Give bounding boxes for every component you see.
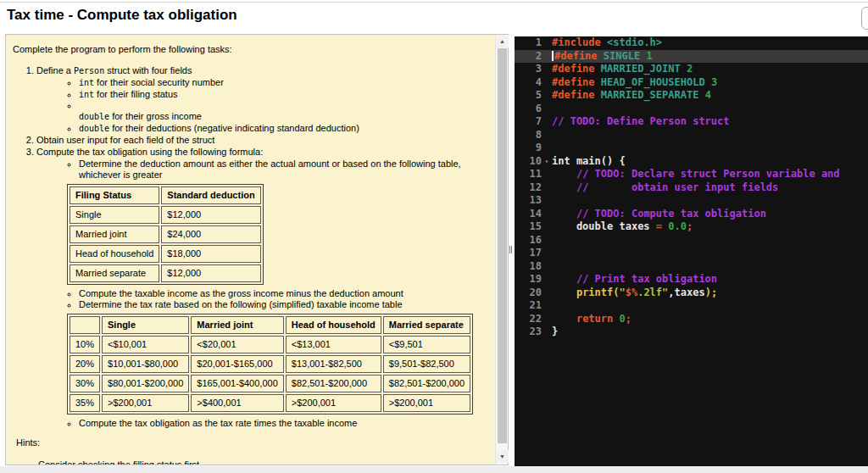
- fold-spacer: [542, 168, 552, 181]
- table-cell: >$200,001: [102, 394, 189, 412]
- code-token: ": [619, 287, 625, 298]
- line-number[interactable]: 10: [515, 155, 542, 169]
- top-divider: [0, 2, 868, 3]
- code-token: [552, 168, 576, 180]
- fold-spacer: [542, 220, 552, 234]
- line-number[interactable]: 7: [515, 115, 542, 129]
- scroll-down-icon[interactable]: ▼: [496, 450, 509, 463]
- line-number[interactable]: 21: [515, 299, 542, 313]
- toolbar-button-partial[interactable]: [861, 7, 868, 30]
- line-number[interactable]: 23: [515, 326, 542, 339]
- line-number[interactable]: 19: [515, 273, 542, 287]
- line-number[interactable]: 12: [515, 181, 542, 195]
- scroll-up-icon[interactable]: ▲: [496, 35, 509, 47]
- task1-sub3-code: double: [79, 112, 109, 121]
- instructions-scrollbar[interactable]: ▲ ▼: [495, 35, 508, 465]
- line-number[interactable]: 13: [515, 194, 542, 208]
- line-number[interactable]: 9: [515, 142, 542, 155]
- line-number[interactable]: 11: [515, 168, 542, 181]
- table-cell: Married joint: [70, 225, 159, 243]
- scrollbar-thumb[interactable]: [498, 48, 507, 443]
- line-number[interactable]: 3: [515, 63, 542, 76]
- code-line[interactable]: 13: [515, 194, 868, 208]
- fold-spacer: [542, 76, 552, 90]
- panel-splitter[interactable]: [509, 34, 515, 467]
- code-line[interactable]: 2#define SINGLE 1: [515, 50, 868, 64]
- code-line[interactable]: 10▾int main() {: [515, 155, 868, 169]
- code-text: [552, 142, 868, 155]
- code-text: return 0;: [552, 313, 868, 326]
- task1-sub3: double for their gross income: [79, 100, 488, 122]
- line-number[interactable]: 6: [515, 103, 542, 116]
- table-cell: $12,000: [161, 264, 260, 282]
- code-text: [552, 194, 868, 208]
- code-token: #define: [552, 76, 595, 88]
- task3-text: Compute the tax obligation using the fol…: [36, 147, 263, 157]
- code-line[interactable]: 4#define HEAD_OF_HOUSEHOLD 3: [515, 76, 868, 90]
- code-token: [681, 63, 687, 75]
- task1-post: struct with four fields: [104, 65, 192, 75]
- code-line[interactable]: 22 return 0;: [515, 313, 868, 326]
- code-line[interactable]: 3#define MARRIED_JOINT 2: [515, 63, 868, 76]
- code-line[interactable]: 7// TODO: Define Person struct: [515, 115, 868, 129]
- code-token: SINGLE: [604, 50, 640, 62]
- page-title: Tax time - Compute tax obligation: [7, 7, 237, 24]
- line-number[interactable]: 14: [515, 208, 542, 221]
- code-line[interactable]: 21: [515, 299, 868, 313]
- task1-code: Person: [74, 66, 104, 75]
- code-token: .2lf": [637, 287, 668, 298]
- line-number[interactable]: 17: [515, 247, 542, 260]
- line-number[interactable]: 18: [515, 260, 542, 274]
- code-line[interactable]: 17: [515, 247, 868, 260]
- code-line[interactable]: 1#include <stdio.h>: [515, 36, 868, 50]
- line-number[interactable]: 2: [515, 50, 542, 64]
- code-line[interactable]: 12 // obtain user input fields: [515, 181, 868, 195]
- splitter-grip-icon: [509, 246, 512, 253]
- table-cell: >$200,001: [383, 394, 470, 412]
- table-cell: 10%: [70, 336, 100, 353]
- code-editor[interactable]: 1#include <stdio.h>2#define SINGLE 13#de…: [515, 36, 868, 467]
- code-token: MARRIED_JOINT: [601, 63, 681, 75]
- line-number[interactable]: 4: [515, 76, 542, 90]
- line-number[interactable]: 5: [515, 89, 542, 103]
- line-number[interactable]: 22: [515, 313, 542, 326]
- task1-sub2-text: for their filing status: [94, 89, 177, 99]
- code-line[interactable]: 18: [515, 260, 868, 274]
- code-line[interactable]: 6: [515, 103, 868, 116]
- line-number[interactable]: 1: [515, 36, 542, 50]
- task3-sublist-c: Compute the tax obligation as the tax ra…: [36, 418, 488, 429]
- code-token: [698, 89, 704, 101]
- line-number[interactable]: 16: [515, 234, 542, 248]
- code-token: // TODO: Declare struct Person variable …: [576, 168, 840, 180]
- code-token: ;: [626, 313, 632, 325]
- line-number[interactable]: 8: [515, 129, 542, 142]
- code-line[interactable]: 14 // TODO: Compute tax obligation: [515, 208, 868, 221]
- code-line[interactable]: 15 double taxes = 0.0;: [515, 220, 868, 234]
- code-line[interactable]: 5#define MARRIED_SEPARATE 4: [515, 89, 868, 103]
- code-token: 0: [620, 313, 626, 325]
- code-line[interactable]: 20 printf("$%.2lf",taxes);: [515, 287, 868, 300]
- code-token: [552, 273, 576, 285]
- code-token: #define: [554, 50, 598, 62]
- code-line[interactable]: 23}: [515, 326, 868, 339]
- table-cell: Married separate: [70, 264, 159, 282]
- line-number[interactable]: 20: [515, 287, 542, 300]
- code-line[interactable]: 9: [515, 142, 868, 155]
- tax-rate-table: SingleMarried jointHead of householdMarr…: [67, 314, 473, 415]
- line-number[interactable]: 15: [515, 220, 542, 234]
- fold-spacer: [542, 129, 552, 142]
- code-text: // Print tax obligation: [552, 273, 868, 287]
- code-line[interactable]: 11 // TODO: Declare struct Person variab…: [515, 168, 868, 181]
- table-cell: $165,001-$400,000: [191, 375, 283, 392]
- code-line[interactable]: 8: [515, 129, 868, 142]
- fold-spacer: [542, 234, 552, 248]
- code-text: #define MARRIED_JOINT 2: [552, 63, 868, 76]
- table-cell: $82,501-$200,000: [286, 375, 381, 392]
- code-token: #define: [552, 89, 595, 101]
- table-header-cell: Standard deduction: [161, 186, 260, 204]
- code-line[interactable]: 19 // Print tax obligation: [515, 273, 868, 287]
- fold-marker-icon[interactable]: ▾: [542, 155, 552, 169]
- code-line[interactable]: 16: [515, 234, 868, 248]
- table-cell: <$13,001: [286, 336, 381, 353]
- code-token: [595, 63, 601, 75]
